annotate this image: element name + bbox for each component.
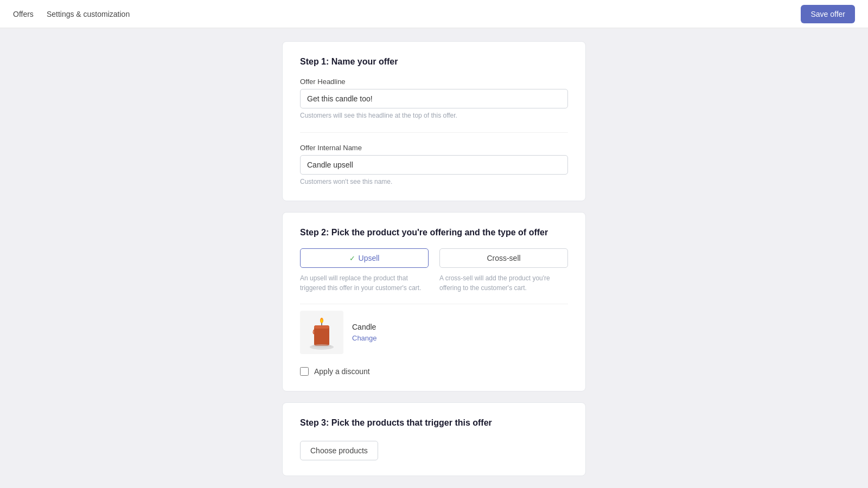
step3-card: Step 3: Pick the products that trigger t… [282, 402, 586, 476]
product-name: Candle [352, 323, 568, 331]
upsell-check-icon: ✓ [349, 254, 355, 262]
step3-title: Step 3: Pick the products that trigger t… [300, 418, 568, 428]
upsell-button[interactable]: ✓ Upsell [300, 248, 429, 268]
candle-svg [303, 313, 341, 351]
headline-field-group: Offer Headline Customers will see this h… [300, 78, 568, 119]
cross-sell-label: Cross-sell [487, 254, 520, 262]
top-navigation: Offers Settings & customization Save off… [0, 0, 868, 28]
headline-input[interactable] [300, 89, 568, 108]
step1-title: Step 1: Name your offer [300, 57, 568, 67]
internal-name-label: Offer Internal Name [300, 144, 568, 152]
svg-point-5 [321, 319, 323, 323]
change-product-link[interactable]: Change [352, 334, 377, 342]
internal-name-field-group: Offer Internal Name Customers won't see … [300, 144, 568, 185]
upsell-col: ✓ Upsell An upsell will replace the prod… [300, 248, 429, 293]
nav-links: Offers Settings & customization [13, 10, 130, 18]
choose-products-button[interactable]: Choose products [300, 441, 378, 460]
svg-point-6 [312, 344, 331, 348]
apply-discount-label[interactable]: Apply a discount [314, 367, 370, 376]
cross-sell-button[interactable]: Cross-sell [439, 248, 568, 268]
upsell-label: Upsell [359, 254, 380, 262]
apply-discount-row: Apply a discount [300, 367, 568, 376]
internal-name-input[interactable] [300, 155, 568, 175]
product-image [300, 311, 343, 354]
headline-hint: Customers will see this headline at the … [300, 112, 568, 119]
save-offer-button[interactable]: Save offer [801, 5, 855, 23]
upsell-description: An upsell will replace the product that … [300, 273, 429, 293]
step1-card: Step 1: Name your offer Offer Headline C… [282, 41, 586, 201]
cross-sell-description: A cross-sell will add the product you're… [439, 273, 568, 293]
field-divider [300, 132, 568, 133]
offer-type-section: ✓ Upsell An upsell will replace the prod… [300, 248, 568, 293]
product-row: Candle Change [300, 304, 568, 361]
nav-offers-link[interactable]: Offers [13, 10, 34, 18]
headline-label: Offer Headline [300, 78, 568, 86]
main-content: Step 1: Name your offer Offer Headline C… [282, 28, 586, 488]
step2-card: Step 2: Pick the product you're offering… [282, 212, 586, 391]
cross-sell-col: Cross-sell A cross-sell will add the pro… [439, 248, 568, 293]
product-info: Candle Change [352, 323, 568, 342]
nav-settings-link[interactable]: Settings & customization [47, 10, 130, 18]
svg-rect-2 [314, 325, 329, 329]
step2-title: Step 2: Pick the product you're offering… [300, 228, 568, 237]
apply-discount-checkbox[interactable] [300, 367, 309, 376]
internal-name-hint: Customers won't see this name. [300, 178, 568, 185]
